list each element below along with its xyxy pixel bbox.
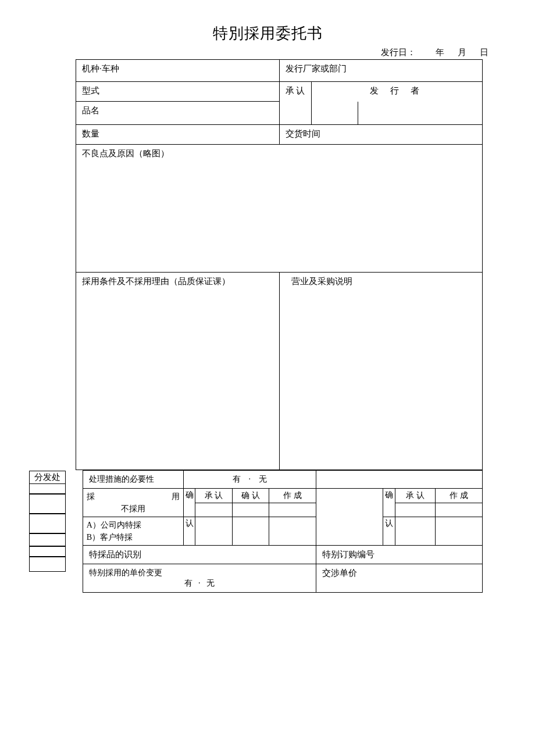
not-adopt: 不採用 — [87, 503, 180, 515]
left-sig-1 — [195, 503, 232, 517]
adopt-char-1: 採 — [87, 492, 95, 501]
left-h-compose: 作 成 — [269, 489, 316, 503]
sales-cell: 营业及采购说明 — [279, 273, 483, 470]
defect-cell: 不良点及原因（略图） — [76, 145, 483, 273]
page-title: 特別採用委托书 — [29, 23, 506, 44]
dist-row-1 — [29, 483, 66, 494]
necessity-options: 有 · 无 — [183, 471, 316, 489]
price-change-cell: 特别採用的单价变更 有 · 无 — [83, 564, 316, 593]
left-sig-1b — [195, 517, 232, 546]
necessity-right-blank — [316, 471, 482, 489]
adopt-options: 採用 不採用 — [83, 489, 183, 517]
nego-price-cell: 交涉单价 — [316, 564, 482, 593]
left-sig-3 — [269, 503, 316, 517]
issue-year-label: 年 — [436, 48, 444, 57]
right-h-approve: 承 认 — [395, 489, 435, 503]
issuer-dept-cell: 发行厂家或部门 — [279, 60, 483, 82]
style-cell: 型式 — [76, 82, 280, 102]
identification-cell: 特採品的识别 — [83, 546, 316, 564]
qty-cell: 数量 — [76, 125, 280, 145]
price-change-label: 特别採用的单价变更 — [89, 568, 162, 577]
dist-row-2 — [29, 494, 66, 514]
right-sig-2 — [436, 503, 483, 517]
right-sig-1b — [395, 517, 435, 546]
product-name-cell: 品名 — [76, 102, 280, 125]
mid-blank — [316, 489, 383, 546]
confirm-vert-right: 确 — [383, 489, 395, 517]
left-h-approve: 承 认 — [195, 489, 232, 503]
opt-a: A）公司内特採 — [87, 521, 141, 529]
dist-row-4 — [29, 533, 66, 546]
order-no-cell: 特别订购编号 — [316, 546, 482, 564]
left-h-confirm: 确 认 — [232, 489, 269, 503]
left-sig-3b — [269, 517, 316, 546]
gutter-spacer — [66, 471, 83, 593]
opt-b: B）客户特採 — [87, 533, 133, 542]
dot-icon: · — [249, 475, 251, 483]
dist-row-3 — [29, 514, 66, 533]
issue-prefix: 发行日： — [381, 48, 416, 57]
left-sig-2 — [232, 503, 269, 517]
confirm-vert-right-2: 认 — [383, 517, 395, 546]
issuer-blank-2 — [358, 102, 483, 125]
issuer-blank-1 — [311, 102, 358, 125]
issue-date-line: 发行日： 年 月 日 — [29, 47, 506, 58]
dist-row-5 — [29, 546, 66, 557]
approve-blank — [279, 102, 311, 125]
conditions-cell: 採用条件及不採用理由（品质保证课） — [76, 273, 280, 470]
confirm-vert-left-2: 认 — [183, 517, 195, 546]
right-sig-1 — [395, 503, 435, 517]
necessity-yes: 有 — [233, 475, 241, 483]
dist-row-6 — [29, 557, 66, 572]
left-sig-2b — [232, 517, 269, 546]
necessity-label: 处理措施的必要性 — [83, 471, 183, 489]
header-table: 机种·车种 发行厂家或部门 型式 承 认 发 行 者 品名 数量 交货时间 不良… — [76, 59, 483, 470]
issuer-label: 发 行 者 — [311, 82, 483, 102]
approve-label: 承 认 — [279, 82, 311, 102]
dist-label: 分发处 — [29, 471, 66, 483]
dot-icon-2: · — [198, 579, 201, 587]
special-adopt-options: A）公司内特採 B）客户特採 — [83, 517, 183, 546]
adopt-char-2: 用 — [172, 490, 180, 503]
price-yes: 有 — [184, 579, 192, 587]
delivery-cell: 交货时间 — [279, 125, 483, 145]
right-h-compose: 作 成 — [436, 489, 483, 503]
model-type-cell: 机种·车种 — [76, 60, 280, 82]
necessity-no: 无 — [259, 475, 267, 483]
right-sig-2b — [436, 517, 483, 546]
issue-day-label: 日 — [480, 48, 488, 57]
price-no: 无 — [206, 579, 215, 587]
confirm-vert-left: 确 — [183, 489, 195, 517]
issue-month-label: 月 — [458, 48, 466, 57]
lower-table: 分发处 处理措施的必要性 有 · 无 採用 不採用 — [29, 470, 483, 593]
